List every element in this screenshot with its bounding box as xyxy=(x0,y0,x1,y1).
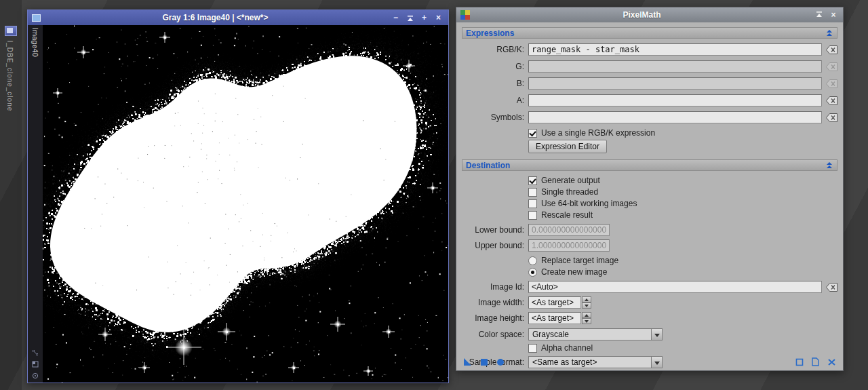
rgbk-row: RGB/K: xyxy=(462,43,837,56)
zoom-mode-icon[interactable] xyxy=(32,349,39,356)
section-expressions[interactable]: Expressions xyxy=(462,27,837,39)
chevron-down-icon[interactable] xyxy=(651,329,662,340)
upper-bound-label: Upper bound: xyxy=(462,241,528,250)
reset-icon[interactable] xyxy=(827,358,836,366)
clear-b-icon xyxy=(826,79,837,88)
pixelmath-window: PixelMath × Expressions RGB/K: G: xyxy=(456,7,844,371)
upper-bound-row: Upper bound: xyxy=(462,239,837,252)
b-input xyxy=(528,77,822,90)
image-height-input[interactable] xyxy=(528,312,581,324)
image-window-titlebar[interactable]: Gray 1:6 Image40 | <*new*> − + × xyxy=(28,10,448,25)
pixelmath-icon xyxy=(460,10,470,20)
iconized-window-tab[interactable]: l_DBE_clone_clone xyxy=(6,41,14,111)
use-64bit-checkbox[interactable] xyxy=(528,199,537,208)
single-threaded-checkbox[interactable] xyxy=(528,188,537,197)
a-row: A: xyxy=(462,94,837,106)
single-rgbk-checkbox[interactable] xyxy=(528,129,537,138)
collapse-section-icon[interactable] xyxy=(825,29,833,37)
generate-output-row: Generate output xyxy=(528,176,837,185)
new-instance-icon[interactable] xyxy=(812,357,819,366)
create-new-label[interactable]: Create new image xyxy=(541,267,607,277)
section-destination[interactable]: Destination xyxy=(462,159,837,171)
alpha-channel-row: Alpha channel xyxy=(528,343,837,353)
image-canvas[interactable] xyxy=(43,25,448,383)
expression-editor-row: Expression Editor xyxy=(528,140,837,153)
b-label: B: xyxy=(462,79,528,88)
image-window-sidebar: Image40 xyxy=(28,25,43,383)
readout-mode-icon[interactable] xyxy=(32,372,39,379)
g-row: G: xyxy=(462,60,837,73)
image-tab-label[interactable]: Image40 xyxy=(31,28,39,57)
apply-global-icon[interactable] xyxy=(480,358,488,366)
image-width-row: Image width: xyxy=(462,296,837,309)
alpha-channel-checkbox[interactable] xyxy=(528,344,537,353)
rescale-result-label[interactable]: Rescale result xyxy=(541,210,593,220)
image-height-label: Image height: xyxy=(462,313,528,323)
use-64bit-row: Use 64-bit working images xyxy=(528,199,837,208)
close-icon[interactable]: × xyxy=(433,10,444,25)
a-input[interactable] xyxy=(528,94,822,106)
image-window-mode-icons xyxy=(32,349,39,379)
g-input xyxy=(528,60,822,73)
image-width-input[interactable] xyxy=(528,296,581,309)
g-label: G: xyxy=(462,62,528,71)
pan-mode-icon[interactable] xyxy=(32,361,39,368)
expression-editor-button[interactable]: Expression Editor xyxy=(528,140,607,153)
image-window: Gray 1:6 Image40 | <*new*> − + × Image40 xyxy=(27,9,449,383)
image-width-label: Image width: xyxy=(462,298,528,307)
clear-symbols-icon[interactable] xyxy=(826,113,837,122)
clear-rgbk-icon[interactable] xyxy=(826,45,837,54)
use-64bit-label[interactable]: Use 64-bit working images xyxy=(541,199,637,208)
rgbk-label: RGB/K: xyxy=(462,45,528,54)
rescale-result-checkbox[interactable] xyxy=(528,211,537,220)
clear-a-icon[interactable] xyxy=(826,96,837,105)
iconized-window-button[interactable] xyxy=(5,26,17,36)
color-space-label: Color space: xyxy=(462,330,528,339)
image-window-title: Gray 1:6 Image40 | <*new*> xyxy=(43,13,387,22)
image-id-row: Image Id: xyxy=(462,281,837,293)
clear-g-icon xyxy=(826,62,837,71)
generate-output-label[interactable]: Generate output xyxy=(541,176,600,185)
clear-image-id-icon[interactable] xyxy=(826,283,837,292)
browse-documentation-icon[interactable] xyxy=(795,358,804,366)
apply-icon[interactable] xyxy=(463,357,472,366)
rgbk-input[interactable] xyxy=(528,43,822,56)
lower-bound-row: Lower bound: xyxy=(462,224,837,236)
lower-bound-label: Lower bound: xyxy=(462,225,528,235)
process-footer xyxy=(463,357,836,366)
pixelmath-titlebar[interactable]: PixelMath × xyxy=(456,7,843,22)
create-new-radio[interactable] xyxy=(528,268,537,277)
single-rgbk-row: Use a single RGB/K expression xyxy=(528,128,837,138)
color-space-select[interactable]: Grayscale xyxy=(528,328,663,340)
image-id-input[interactable] xyxy=(528,281,822,293)
iconize-icon[interactable]: − xyxy=(390,10,401,25)
generate-output-checkbox[interactable] xyxy=(528,176,537,185)
replace-target-label[interactable]: Replace target image xyxy=(541,256,618,265)
create-new-row: Create new image xyxy=(528,267,837,277)
zoom-icon[interactable]: + xyxy=(418,10,430,25)
single-threaded-label[interactable]: Single threaded xyxy=(541,187,598,197)
pixelmath-title: PixelMath xyxy=(473,10,810,20)
replace-target-radio[interactable] xyxy=(528,256,537,265)
image-height-row: Image height: xyxy=(462,312,837,324)
color-space-value: Grayscale xyxy=(529,330,651,339)
shade-icon[interactable] xyxy=(404,10,416,25)
symbols-input[interactable] xyxy=(528,111,822,123)
a-label: A: xyxy=(462,96,528,105)
single-rgbk-label[interactable]: Use a single RGB/K expression xyxy=(541,128,655,138)
image-height-stepper[interactable] xyxy=(582,312,591,324)
shade-icon[interactable] xyxy=(814,7,825,22)
alpha-channel-label[interactable]: Alpha channel xyxy=(541,343,593,353)
realtime-preview-icon[interactable] xyxy=(496,358,505,366)
symbols-label: Symbols: xyxy=(462,113,528,122)
collapse-section-icon[interactable] xyxy=(825,161,833,169)
workspace: l_DBE_clone_clone Gray 1:6 Image40 | <*n… xyxy=(0,0,868,390)
upper-bound-input xyxy=(528,239,610,252)
image-id-label: Image Id: xyxy=(462,282,528,292)
image-window-menu-icon[interactable] xyxy=(32,14,41,22)
b-row: B: xyxy=(462,77,837,90)
rescale-result-row: Rescale result xyxy=(528,210,837,220)
lower-bound-input xyxy=(528,224,610,236)
close-icon[interactable]: × xyxy=(828,7,839,22)
image-width-stepper[interactable] xyxy=(582,296,591,309)
